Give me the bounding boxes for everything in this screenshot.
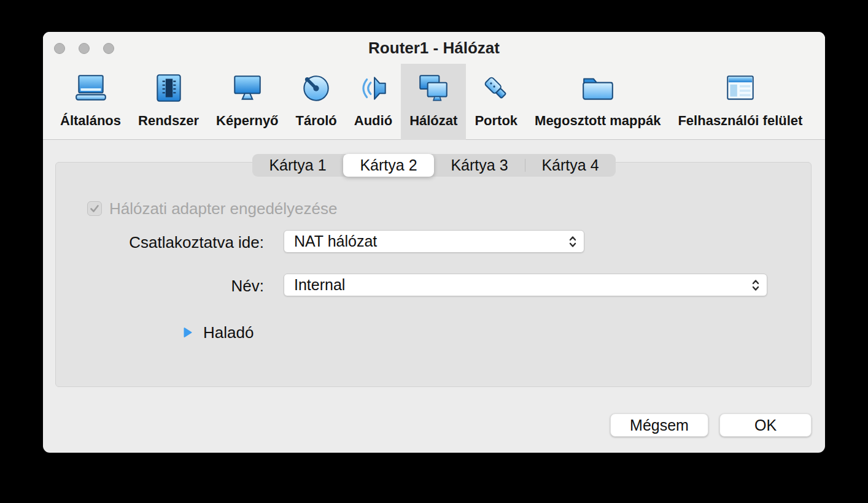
toolbar-item-user-interface[interactable]: Felhasználói felület (669, 64, 811, 140)
adapter-tabbar: Kártya 1 Kártya 2 Kártya 3 Kártya 4 (252, 154, 616, 177)
adapter-enabled-label: Hálózati adapter engedélyezése (109, 200, 337, 217)
toolbar-item-label: Rendszer (138, 113, 199, 128)
toolbar-item-storage[interactable]: Tároló (287, 64, 346, 140)
checkmark-icon (89, 203, 100, 214)
toolbar-item-ports[interactable]: Portok (466, 64, 526, 140)
toolbar-item-label: Általános (60, 113, 121, 128)
system-icon (151, 72, 187, 104)
ports-icon (478, 72, 514, 104)
general-icon (73, 72, 109, 104)
chevron-updown-icon (568, 234, 578, 250)
window-header: Router1 - Hálózat Általános (43, 32, 825, 140)
attached-to-select[interactable]: NAT hálózat (284, 230, 584, 253)
name-select[interactable]: Internal (284, 274, 767, 296)
advanced-label: Haladó (203, 323, 254, 342)
traffic-lights (54, 43, 114, 54)
advanced-disclosure[interactable]: Haladó (183, 323, 254, 342)
display-icon (230, 72, 265, 104)
toolbar-item-label: Képernyő (216, 113, 278, 128)
disclosure-triangle-icon (183, 327, 192, 338)
tab-kartya-3[interactable]: Kártya 3 (434, 154, 525, 177)
toolbar-item-label: Megosztott mappák (535, 113, 661, 128)
adapter-enabled-row: Hálózati adapter engedélyezése (87, 200, 337, 217)
toolbar-item-label: Tároló (296, 113, 337, 128)
network-icon (416, 72, 451, 104)
toolbar-item-label: Audió (354, 113, 392, 128)
window-title: Router1 - Hálózat (43, 32, 825, 64)
toolbar-item-general[interactable]: Általános (52, 64, 130, 140)
user-interface-icon (723, 72, 758, 104)
name-value: Internal (294, 276, 345, 294)
storage-icon (298, 72, 334, 104)
settings-window: Router1 - Hálózat Általános (43, 32, 825, 453)
toolbar-item-network[interactable]: Hálózat (401, 64, 466, 140)
toolbar-item-display[interactable]: Képernyő (207, 64, 287, 140)
desktop-background: Router1 - Hálózat Általános (0, 0, 868, 503)
tab-kartya-4[interactable]: Kártya 4 (525, 154, 616, 177)
toolbar-item-system[interactable]: Rendszer (130, 64, 207, 140)
toolbar-item-audio[interactable]: Audió (346, 64, 401, 140)
shared-folders-icon (580, 72, 616, 104)
chevron-updown-icon (751, 277, 761, 293)
name-label: Név: (98, 277, 264, 294)
toolbar-item-label: Felhasználói felület (678, 113, 802, 128)
zoom-button[interactable] (103, 43, 114, 54)
attached-to-value: NAT hálózat (294, 232, 377, 250)
close-button[interactable] (54, 43, 65, 54)
settings-toolbar: Általános Rendszer (43, 64, 825, 140)
toolbar-item-label: Hálózat (409, 113, 457, 128)
cancel-button[interactable]: Mégsem (610, 413, 708, 437)
titlebar: Router1 - Hálózat (43, 32, 825, 64)
audio-icon (355, 72, 391, 104)
toolbar-item-shared-folders[interactable]: Megosztott mappák (526, 64, 669, 140)
tab-kartya-2[interactable]: Kártya 2 (343, 154, 434, 177)
tab-kartya-1[interactable]: Kártya 1 (252, 154, 343, 177)
toolbar-item-label: Portok (475, 113, 517, 128)
ok-button[interactable]: OK (719, 413, 812, 437)
adapter-enabled-checkbox[interactable] (87, 201, 102, 216)
attached-to-label: Csatlakoztatva ide: (98, 234, 264, 251)
minimize-button[interactable] (79, 43, 90, 54)
